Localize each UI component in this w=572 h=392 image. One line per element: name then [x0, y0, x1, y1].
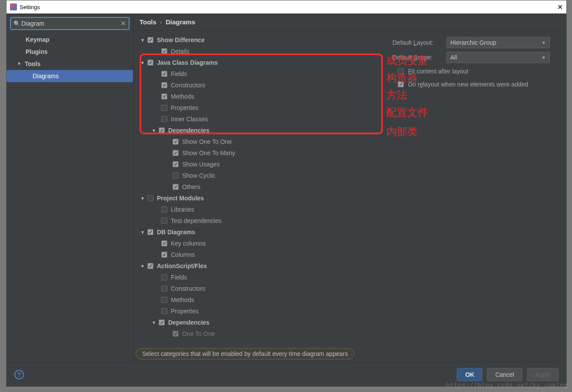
- tree-constructors[interactable]: Constructors: [171, 82, 205, 89]
- tree-fields[interactable]: Fields: [171, 70, 187, 77]
- chevron-down-icon[interactable]: ▼: [151, 128, 157, 133]
- tree-as-fields[interactable]: Fields: [171, 274, 187, 281]
- checkbox-actionscript-flex[interactable]: [147, 263, 153, 269]
- tree-db-diagrams[interactable]: DB Diagrams: [157, 229, 195, 236]
- tree-show-cyclic[interactable]: Show Cyclic: [182, 172, 215, 179]
- checkbox-properties[interactable]: [161, 105, 167, 111]
- checkbox-as-fields[interactable]: [161, 274, 167, 280]
- footer: ? OK Cancel Apply: [7, 362, 566, 386]
- checkbox-key-columns[interactable]: [161, 240, 167, 246]
- checkbox-columns[interactable]: [161, 252, 167, 258]
- label-do-relayout[interactable]: Do relayout when new elements were added: [408, 81, 528, 88]
- annotation: 构造器: [386, 71, 418, 85]
- tree-panel[interactable]: ▼Show Difference Details ▼Java Class Dia…: [133, 31, 391, 362]
- help-button[interactable]: ?: [14, 370, 24, 379]
- annotation: 方法: [386, 88, 407, 102]
- checkbox-show-cyclic[interactable]: [173, 173, 179, 179]
- checkbox-show-difference[interactable]: [147, 37, 153, 43]
- label-default-layout: Default Layout:: [392, 39, 443, 46]
- chevron-down-icon: ▼: [542, 40, 546, 45]
- sidebar-item-tools[interactable]: ▼Tools: [7, 58, 133, 70]
- tree-methods[interactable]: Methods: [171, 93, 194, 100]
- search-icon: 🔍: [13, 20, 20, 27]
- tree-show-usages[interactable]: Show Usages: [182, 161, 219, 168]
- tree-inner-classes[interactable]: Inner Classes: [171, 116, 208, 123]
- tree-as-methods[interactable]: Methods: [171, 296, 194, 303]
- select-default-layout[interactable]: Hierarchic Group▼: [446, 37, 550, 48]
- checkbox-as-constructors[interactable]: [161, 286, 167, 292]
- tree-others[interactable]: Others: [182, 183, 200, 190]
- chevron-down-icon[interactable]: ▼: [140, 230, 146, 235]
- checkbox-dependencies[interactable]: [159, 127, 165, 133]
- tree-as-constructors[interactable]: Constructors: [171, 285, 205, 292]
- titlebar: Settings ✕: [7, 0, 566, 13]
- tree-dependencies[interactable]: Dependencies: [168, 127, 210, 134]
- search-input-wrap[interactable]: 🔍 ✕: [10, 17, 130, 30]
- tree-as-dependencies[interactable]: Dependencies: [168, 319, 210, 326]
- checkbox-show-one-to-many[interactable]: [173, 150, 179, 156]
- checkbox-test-dependencies[interactable]: [161, 218, 167, 224]
- tree-project-modules[interactable]: Project Modules: [157, 195, 204, 202]
- sidebar: 🔍 ✕ Keymap Plugins ▼Tools Diagrams: [7, 13, 133, 362]
- sidebar-item-diagrams[interactable]: Diagrams: [7, 70, 133, 82]
- checkbox-show-usages[interactable]: [173, 161, 179, 167]
- chevron-down-icon[interactable]: ▼: [140, 60, 146, 65]
- annotation: 成员变量: [386, 53, 428, 67]
- sidebar-item-plugins[interactable]: Plugins: [7, 46, 133, 58]
- select-default-scope[interactable]: All▼: [446, 52, 550, 63]
- checkbox-java-class-diagrams[interactable]: [147, 60, 153, 66]
- checkbox-constructors[interactable]: [161, 82, 167, 88]
- checkbox-as-one-to-one[interactable]: [173, 331, 179, 337]
- tree-columns[interactable]: Columns: [171, 251, 195, 258]
- tree-test-dependencies[interactable]: Test dependencies: [171, 217, 222, 224]
- breadcrumb-leaf: Diagrams: [166, 18, 195, 26]
- checkbox-project-modules[interactable]: [147, 195, 153, 201]
- chevron-down-icon[interactable]: ▼: [140, 196, 146, 201]
- tree-key-columns[interactable]: Key columns: [171, 240, 206, 247]
- window-title: Settings: [20, 4, 40, 10]
- clear-icon[interactable]: ✕: [120, 20, 126, 27]
- chevron-down-icon[interactable]: ▼: [151, 320, 157, 325]
- ok-button[interactable]: OK: [457, 368, 482, 381]
- app-icon: [10, 3, 17, 10]
- checkbox-as-methods[interactable]: [161, 297, 167, 303]
- breadcrumb: Tools › Diagrams: [133, 13, 566, 31]
- tree-libraries[interactable]: Libraries: [171, 206, 194, 213]
- chevron-right-icon: ›: [160, 18, 162, 26]
- chevron-down-icon[interactable]: ▼: [140, 38, 146, 43]
- hint-text: Select categories that will be enabled b…: [136, 348, 354, 359]
- tree-show-one-to-many[interactable]: Show One To Many: [182, 149, 235, 156]
- main-panel: Tools › Diagrams ▼Show Difference Detail…: [133, 13, 566, 362]
- chevron-down-icon[interactable]: ▼: [140, 264, 146, 269]
- settings-window: Settings ✕ 🔍 ✕ Keymap Plugins ▼Tools Dia…: [6, 0, 567, 387]
- sidebar-item-keymap[interactable]: Keymap: [7, 33, 133, 46]
- annotation: 内部类: [386, 125, 418, 139]
- apply-button[interactable]: Apply: [527, 368, 559, 381]
- tree-properties[interactable]: Properties: [171, 104, 199, 111]
- tree-java-class-diagrams[interactable]: Java Class Diagrams: [157, 59, 218, 66]
- checkbox-fields[interactable]: [161, 71, 167, 77]
- tree-as-one-to-one[interactable]: One To One: [182, 330, 215, 337]
- close-icon[interactable]: ✕: [557, 3, 563, 11]
- checkbox-inner-classes[interactable]: [161, 116, 167, 122]
- checkbox-libraries[interactable]: [161, 206, 167, 213]
- checkbox-others[interactable]: [173, 184, 179, 190]
- tree-show-difference[interactable]: Show Difference: [157, 37, 205, 43]
- checkbox-as-properties[interactable]: [161, 308, 167, 314]
- checkbox-db-diagrams[interactable]: [147, 229, 153, 235]
- tree-details[interactable]: Details: [171, 48, 190, 55]
- checkbox-methods[interactable]: [161, 93, 167, 100]
- search-input[interactable]: [21, 20, 120, 27]
- annotation: 配置文件: [386, 106, 428, 120]
- breadcrumb-root[interactable]: Tools: [140, 18, 156, 26]
- cancel-button[interactable]: Cancel: [487, 368, 522, 381]
- checkbox-as-dependencies[interactable]: [159, 319, 165, 326]
- chevron-down-icon: ▼: [542, 55, 546, 60]
- tree-show-one-to-one[interactable]: Show One To One: [182, 138, 232, 145]
- tree-as-properties[interactable]: Properties: [171, 308, 199, 315]
- checkbox-show-one-to-one[interactable]: [173, 139, 179, 145]
- tree-actionscript-flex[interactable]: ActionScript/Flex: [157, 262, 207, 269]
- chevron-down-icon: ▼: [17, 61, 23, 66]
- checkbox-details[interactable]: [161, 48, 167, 54]
